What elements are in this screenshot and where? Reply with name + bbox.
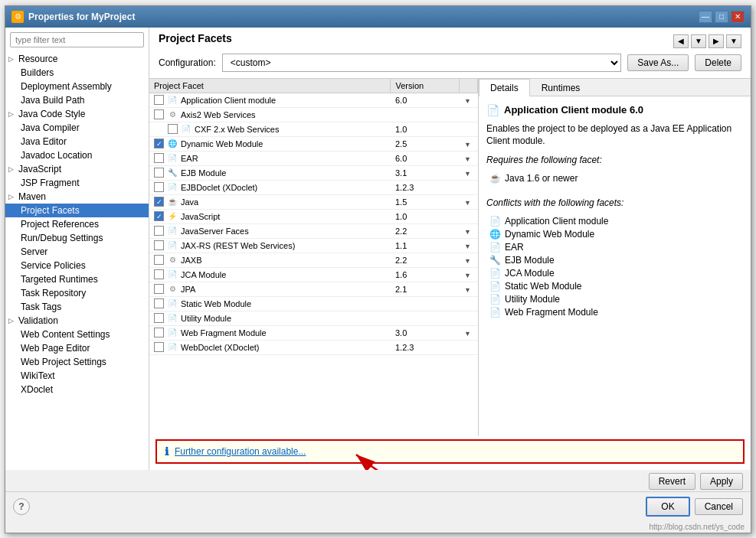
sidebar-item-server[interactable]: Server [5,245,149,259]
footer-left: ? [13,498,30,515]
facet-checkbox[interactable] [154,168,164,178]
facet-checkbox[interactable] [154,182,164,192]
table-row[interactable]: 📄 Web Fragment Module 3.0 ▼ [149,325,478,340]
facet-icon: 📄 [167,240,178,251]
facet-arrow[interactable]: ▼ [460,165,478,180]
facet-checkbox[interactable] [154,95,164,105]
info-icon: ℹ [165,445,169,458]
sidebar-item-javadoc[interactable]: Javadoc Location [5,148,149,162]
facet-checkbox[interactable] [168,124,178,134]
facet-checkbox[interactable] [154,255,164,265]
help-button[interactable]: ? [13,498,30,515]
facet-checkbox[interactable] [154,328,164,337]
sidebar-item-targeted-runtimes[interactable]: Targeted Runtimes [5,272,149,286]
conflict-item: 📄Web Fragment Module [486,307,743,318]
facet-checkbox[interactable] [154,284,164,294]
apply-button[interactable]: Apply [700,473,743,490]
facet-checkbox[interactable] [154,298,164,308]
facet-arrow[interactable]: ▼ [460,253,478,267]
facet-checkbox[interactable] [154,139,164,148]
sidebar-item-java-code-style[interactable]: ▷ Java Code Style [5,107,149,121]
sidebar-item-builders[interactable]: Builders [5,66,149,80]
sidebar-item-wikitext[interactable]: WikiText [5,369,149,383]
nav-dropdown-button[interactable]: ▼ [691,34,706,48]
sidebar-item-web-content[interactable]: Web Content Settings [5,328,149,341]
facet-version: 1.2.3 [391,340,460,354]
table-row[interactable]: 📄 WebDoclet (XDoclet) 1.2.3 [149,340,478,354]
facet-checkbox[interactable] [154,342,164,352]
facet-arrow[interactable]: ▼ [460,151,478,165]
watermark: http://blog.csdn.net/ys_code [5,521,751,533]
table-row[interactable]: ⚙ Axis2 Web Services [149,107,478,122]
nav-down-button[interactable]: ▼ [726,34,741,48]
back-button[interactable]: ◀ [673,34,689,48]
facet-checkbox[interactable] [154,313,164,323]
table-row[interactable]: 📄 EJBDoclet (XDoclet) 1.2.3 [149,180,478,194]
facet-arrow[interactable]: ▼ [460,194,478,209]
cancel-button[interactable]: Cancel [695,498,743,515]
table-row[interactable]: 📄 JCA Module 1.6 ▼ [149,267,478,282]
sidebar-item-xdoclet[interactable]: XDoclet [5,383,149,396]
table-row[interactable]: ⚙ JPA 2.1 ▼ [149,282,478,296]
facet-checkbox[interactable] [154,211,164,221]
facet-arrow[interactable]: ▼ [460,238,478,253]
sidebar-item-java-compiler[interactable]: Java Compiler [5,121,149,135]
facet-arrow[interactable]: ▼ [460,223,478,238]
sidebar-item-resource[interactable]: ▷ Resource [5,52,149,66]
table-row[interactable]: 🔧 EJB Module 3.1 ▼ [149,165,478,180]
sidebar-item-java-build-path[interactable]: Java Build Path [5,93,149,107]
sidebar-item-java-editor[interactable]: Java Editor [5,135,149,148]
facet-arrow[interactable]: ▼ [460,136,478,151]
facet-arrow[interactable]: ▼ [460,93,478,107]
sidebar-item-task-tags[interactable]: Task Tags [5,300,149,314]
sidebar-item-web-project-settings[interactable]: Web Project Settings [5,355,149,369]
sidebar-item-validation[interactable]: ▷ Validation [5,314,149,328]
table-row[interactable]: 📄 EAR 6.0 ▼ [149,151,478,165]
table-row[interactable]: 📄 CXF 2.x Web Services 1.0 [149,122,478,136]
table-row[interactable]: ⚡ JavaScript 1.0 [149,209,478,223]
sidebar-item-maven[interactable]: ▷ Maven [5,190,149,204]
further-config-link[interactable]: Further configuration available... [175,446,306,457]
table-row[interactable]: 🌐 Dynamic Web Module 2.5 ▼ [149,136,478,151]
facet-arrow[interactable]: ▼ [460,282,478,296]
sidebar-item-run-debug[interactable]: Run/Debug Settings [5,231,149,245]
config-label: Configuration: [159,57,216,68]
facet-checkbox[interactable] [154,226,164,236]
tab-details[interactable]: Details [479,79,530,96]
table-row[interactable]: 📄 Application Client module 6.0 ▼ [149,93,478,107]
table-row[interactable]: 📄 Static Web Module [149,296,478,311]
maximize-button[interactable]: □ [715,11,728,23]
sidebar-item-service-policies[interactable]: Service Policies [5,259,149,272]
facet-icon: 📄 [167,298,178,309]
close-button[interactable]: ✕ [731,11,745,23]
sidebar-item-javascript[interactable]: ▷ JavaScript [5,162,149,176]
ok-button[interactable]: OK [646,497,689,517]
facet-checkbox[interactable] [154,269,164,279]
facet-arrow[interactable]: ▼ [460,325,478,340]
table-row[interactable]: ☕ Java 1.5 ▼ [149,194,478,209]
sidebar-item-project-facets[interactable]: Project Facets [5,204,149,217]
facet-checkbox[interactable] [154,109,164,119]
delete-button[interactable]: Delete [695,54,741,71]
revert-button[interactable]: Revert [649,473,695,490]
table-row[interactable]: 📄 Utility Module [149,311,478,325]
conflict-item: 📄Utility Module [486,294,743,305]
minimize-button[interactable]: — [699,11,712,23]
config-select[interactable]: <custom> [222,54,622,72]
sidebar-item-project-references[interactable]: Project References [5,217,149,231]
sidebar-item-web-page-editor[interactable]: Web Page Editor [5,341,149,355]
sidebar-item-jsp-fragment[interactable]: JSP Fragment [5,176,149,190]
facet-checkbox[interactable] [154,240,164,250]
facet-checkbox[interactable] [154,153,164,163]
facet-arrow[interactable]: ▼ [460,267,478,282]
sidebar-item-task-repository[interactable]: Task Repository [5,286,149,300]
sidebar-item-deployment-assembly[interactable]: Deployment Assembly [5,80,149,93]
table-row[interactable]: ⚙ JAXB 2.2 ▼ [149,253,478,267]
save-as-button[interactable]: Save As... [627,54,689,71]
tab-runtimes[interactable]: Runtimes [530,79,592,96]
facet-checkbox[interactable] [154,197,164,207]
filter-input[interactable] [10,32,144,47]
table-row[interactable]: 📄 JavaServer Faces 2.2 ▼ [149,223,478,238]
table-row[interactable]: 📄 JAX-RS (REST Web Services) 1.1 ▼ [149,238,478,253]
fwd-button[interactable]: ▶ [709,34,724,48]
